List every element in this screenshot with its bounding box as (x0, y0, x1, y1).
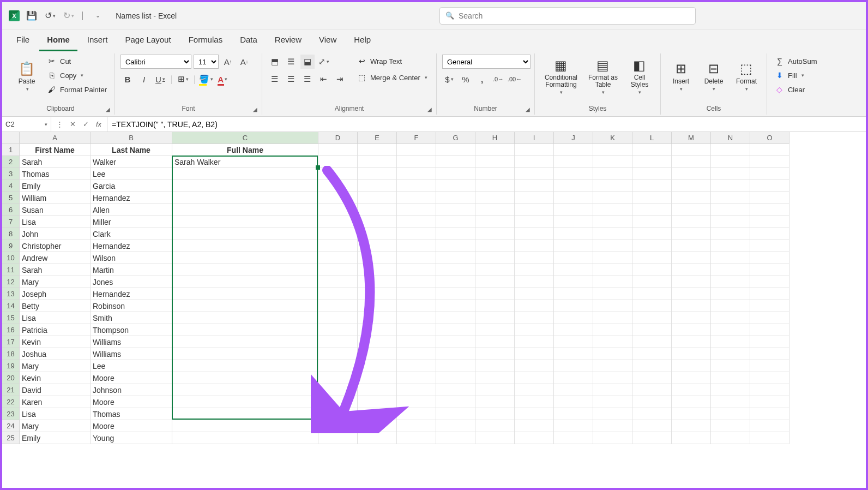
cell-M19[interactable] (672, 360, 711, 372)
cell-N3[interactable] (711, 168, 750, 180)
cell-L10[interactable] (632, 252, 672, 264)
cell-B18[interactable]: Williams (91, 348, 172, 360)
enter-formula-button[interactable]: ✓ (80, 118, 92, 130)
cell-O16[interactable] (750, 324, 789, 336)
cell-L6[interactable] (632, 204, 672, 216)
decrease-indent-button[interactable]: ⇤ (317, 72, 331, 86)
cell-D15[interactable] (318, 312, 358, 324)
cell-E11[interactable] (358, 264, 397, 276)
row-header-12[interactable]: 12 (2, 276, 19, 288)
cell-M8[interactable] (672, 228, 711, 240)
cell-K5[interactable] (593, 192, 632, 204)
cell-L21[interactable] (632, 384, 672, 396)
cell-G1[interactable] (436, 144, 475, 156)
cell-N21[interactable] (711, 384, 750, 396)
cell-I24[interactable] (515, 420, 554, 432)
cell-O19[interactable] (750, 360, 789, 372)
cell-N12[interactable] (711, 276, 750, 288)
cell-N23[interactable] (711, 408, 750, 420)
cell-J5[interactable] (554, 192, 593, 204)
cell-G8[interactable] (436, 228, 475, 240)
cell-O7[interactable] (750, 216, 789, 228)
cell-O24[interactable] (750, 420, 789, 432)
cell-O17[interactable] (750, 336, 789, 348)
conditional-formatting-button[interactable]: ▦Conditional Formatting▾ (540, 55, 582, 98)
cell-A12[interactable]: Mary (20, 276, 91, 288)
select-all-corner[interactable] (2, 132, 20, 144)
cell-B24[interactable]: Moore (91, 420, 172, 432)
cell-B13[interactable]: Hernandez (91, 288, 172, 300)
cell-B19[interactable]: Lee (91, 360, 172, 372)
cell-C9[interactable] (172, 240, 318, 252)
row-header-11[interactable]: 11 (2, 264, 19, 276)
cell-M20[interactable] (672, 372, 711, 384)
cell-A23[interactable]: Lisa (20, 408, 91, 420)
number-format-combo[interactable]: General (442, 55, 531, 69)
cell-B23[interactable]: Thomas (91, 408, 172, 420)
bold-button[interactable]: B (120, 72, 135, 86)
row-header-17[interactable]: 17 (2, 336, 19, 348)
row-header-18[interactable]: 18 (2, 348, 19, 360)
cell-N25[interactable] (711, 432, 750, 444)
cell-O11[interactable] (750, 264, 789, 276)
cell-D3[interactable] (318, 168, 358, 180)
cell-J22[interactable] (554, 396, 593, 408)
cell-C4[interactable] (172, 180, 318, 192)
cell-B2[interactable]: Walker (91, 156, 172, 168)
cell-A1[interactable]: First Name (20, 144, 91, 156)
cell-B8[interactable]: Clark (91, 228, 172, 240)
cell-F17[interactable] (397, 336, 436, 348)
cell-G7[interactable] (436, 216, 475, 228)
cell-N14[interactable] (711, 300, 750, 312)
cell-H15[interactable] (475, 312, 515, 324)
cell-E25[interactable] (358, 432, 397, 444)
cell-I14[interactable] (515, 300, 554, 312)
cell-N5[interactable] (711, 192, 750, 204)
row-header-9[interactable]: 9 (2, 240, 19, 252)
tab-review[interactable]: Review (267, 31, 309, 51)
cell-I11[interactable] (515, 264, 554, 276)
format-as-table-button[interactable]: ▤Format as Table▾ (585, 55, 621, 98)
column-header-B[interactable]: B (91, 132, 172, 144)
cell-B9[interactable]: Hernandez (91, 240, 172, 252)
autosum-button[interactable]: ∑AutoSum (773, 55, 819, 68)
column-header-A[interactable]: A (20, 132, 91, 144)
cell-K4[interactable] (593, 180, 632, 192)
cell-N22[interactable] (711, 396, 750, 408)
cell-O6[interactable] (750, 204, 789, 216)
cell-A6[interactable]: Susan (20, 204, 91, 216)
cell-B1[interactable]: Last Name (91, 144, 172, 156)
cell-I19[interactable] (515, 360, 554, 372)
cell-C10[interactable] (172, 252, 318, 264)
cell-J2[interactable] (554, 156, 593, 168)
redo-button[interactable]: ↻▾ (61, 8, 76, 23)
cell-B3[interactable]: Lee (91, 168, 172, 180)
cell-M4[interactable] (672, 180, 711, 192)
cell-I20[interactable] (515, 372, 554, 384)
cell-J14[interactable] (554, 300, 593, 312)
cell-K23[interactable] (593, 408, 632, 420)
copy-button[interactable]: ⎘Copy▾ (45, 69, 109, 82)
percent-format-button[interactable]: % (459, 72, 473, 86)
cell-I8[interactable] (515, 228, 554, 240)
cell-F5[interactable] (397, 192, 436, 204)
font-color-button[interactable]: A▾ (215, 72, 230, 86)
cell-J19[interactable] (554, 360, 593, 372)
cell-N2[interactable] (711, 156, 750, 168)
cell-H2[interactable] (475, 156, 515, 168)
cell-E24[interactable] (358, 420, 397, 432)
cell-C5[interactable] (172, 192, 318, 204)
cell-M12[interactable] (672, 276, 711, 288)
cell-D20[interactable] (318, 372, 358, 384)
cell-L19[interactable] (632, 360, 672, 372)
qat-customize-button[interactable]: ⌄ (89, 8, 105, 23)
formula-input[interactable] (107, 117, 866, 132)
cell-G5[interactable] (436, 192, 475, 204)
cell-C22[interactable] (172, 396, 318, 408)
cell-D11[interactable] (318, 264, 358, 276)
cell-A21[interactable]: David (20, 384, 91, 396)
cell-H18[interactable] (475, 348, 515, 360)
row-header-24[interactable]: 24 (2, 420, 19, 432)
cell-B15[interactable]: Smith (91, 312, 172, 324)
cell-E4[interactable] (358, 180, 397, 192)
